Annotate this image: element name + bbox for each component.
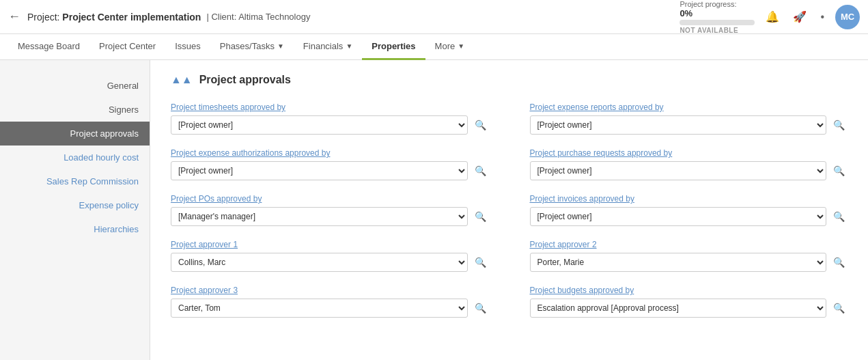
sidebar-item-project-approvals[interactable]: Project approvals: [0, 122, 150, 146]
client-info: | Client: Altima Technology: [206, 12, 310, 22]
form-row-approver-2: Collins, MarcPorter, MarieCarter, Tom 🔍: [530, 253, 848, 272]
select-approver-2[interactable]: Collins, MarcPorter, MarieCarter, Tom: [530, 253, 827, 272]
main-content: ▲▲ Project approvals Project timesheets …: [150, 60, 868, 360]
label-timesheets-approved-by[interactable]: Project timesheets approved by: [171, 102, 489, 112]
project-label: Project:: [27, 12, 59, 23]
search-button-expense-reports[interactable]: 🔍: [830, 117, 848, 133]
field-purchase-requests-approved-by: Project purchase requests approved by [P…: [530, 148, 848, 180]
sidebar-item-signers[interactable]: Signers: [0, 98, 150, 122]
tab-more[interactable]: More ▼: [425, 34, 475, 60]
form-row-approver-3: Collins, MarcPorter, MarieCarter, Tom 🔍: [171, 299, 489, 318]
tab-properties[interactable]: Properties: [362, 34, 425, 60]
avatar-initials: MC: [841, 12, 854, 22]
sidebar-item-expense-policy[interactable]: Expense policy: [0, 193, 150, 217]
project-title: Project: Project Center implementation: [27, 12, 201, 23]
section-header: ▲▲ Project approvals: [171, 74, 848, 86]
rocket-icon[interactable]: 🚀: [790, 8, 809, 26]
select-expense-reports-approved-by[interactable]: [Project owner]ManagerProject manager: [530, 115, 827, 135]
label-approver-2[interactable]: Project approver 2: [530, 240, 848, 249]
tab-message-board[interactable]: Message Board: [8, 34, 89, 60]
project-name: Project Center implementation: [62, 12, 201, 23]
select-approver-1[interactable]: Collins, MarcPorter, MarieCarter, Tom: [171, 253, 468, 272]
select-timesheets-approved-by[interactable]: [Project owner]ManagerProject manager: [171, 115, 468, 135]
label-pos-approved-by[interactable]: Project POs approved by: [171, 194, 489, 204]
select-budgets-approved-by[interactable]: Escalation approval [Approval process][P…: [530, 299, 827, 318]
field-pos-approved-by: Project POs approved by [Project owner][…: [171, 194, 489, 226]
progress-bar-wrap: [680, 20, 755, 25]
chevron-down-icon: ▼: [458, 42, 464, 50]
progress-percent: 0%: [680, 8, 692, 18]
progress-label: Project progress:: [680, 0, 736, 8]
sidebar-item-loaded-hourly-cost[interactable]: Loaded hourly cost: [0, 146, 150, 169]
form-row-expense-reports: [Project owner]ManagerProject manager 🔍: [530, 115, 848, 135]
back-button[interactable]: ←: [8, 10, 20, 24]
field-expense-reports-approved-by: Project expense reports approved by [Pro…: [530, 102, 848, 135]
label-expense-reports-approved-by[interactable]: Project expense reports approved by: [530, 102, 848, 112]
chevron-down-icon: ▼: [277, 42, 284, 50]
select-purchase-requests-approved-by[interactable]: [Project owner]ManagerProject manager: [530, 161, 827, 180]
search-button-approver-1[interactable]: 🔍: [472, 254, 489, 271]
select-invoices-approved-by[interactable]: [Project owner]ManagerProject manager: [530, 207, 827, 226]
select-approver-3[interactable]: Collins, MarcPorter, MarieCarter, Tom: [171, 299, 468, 318]
separator: |: [206, 12, 208, 22]
form-row-invoices: [Project owner]ManagerProject manager 🔍: [530, 207, 848, 226]
tab-issues[interactable]: Issues: [165, 34, 210, 60]
label-budgets-approved-by[interactable]: Project budgets approved by: [530, 286, 848, 295]
section-title: Project approvals: [199, 74, 291, 86]
client-label: Client:: [211, 12, 236, 22]
field-invoices-approved-by: Project invoices approved by [Project ow…: [530, 194, 848, 226]
field-budgets-approved-by: Project budgets approved by Escalation a…: [530, 286, 848, 318]
form-row-approver-1: Collins, MarcPorter, MarieCarter, Tom 🔍: [171, 253, 489, 272]
search-button-timesheets[interactable]: 🔍: [472, 117, 489, 133]
form-row-timesheets: [Project owner]ManagerProject manager 🔍: [171, 115, 489, 135]
label-expense-auth-approved-by[interactable]: Project expense authorizations approved …: [171, 148, 489, 158]
form-row-budgets: Escalation approval [Approval process][P…: [530, 299, 848, 318]
field-approver-2: Project approver 2 Collins, MarcPorter, …: [530, 240, 848, 272]
form-grid: Project timesheets approved by [Project …: [171, 102, 848, 318]
tab-phases-tasks[interactable]: Phases/Tasks ▼: [210, 34, 294, 60]
form-row-expense-auth: [Project owner]ManagerProject manager 🔍: [171, 161, 489, 180]
progress-block: Project progress: 0% NOT AVAILABLE: [680, 0, 755, 34]
collapse-icon[interactable]: ▲▲: [171, 74, 193, 86]
not-available-status: NOT AVAILABLE: [680, 27, 738, 34]
bell-icon[interactable]: 🔔: [763, 8, 782, 26]
client-name: Altima Technology: [238, 12, 310, 22]
search-button-purchase-requests[interactable]: 🔍: [830, 163, 848, 179]
tab-project-center[interactable]: Project Center: [89, 34, 165, 60]
search-button-budgets[interactable]: 🔍: [830, 300, 848, 316]
form-row-purchase-requests: [Project owner]ManagerProject manager 🔍: [530, 161, 848, 180]
field-approver-1: Project approver 1 Collins, MarcPorter, …: [171, 240, 489, 272]
search-button-approver-2[interactable]: 🔍: [830, 254, 848, 271]
sidebar: General Signers Project approvals Loaded…: [0, 60, 150, 360]
search-button-approver-3[interactable]: 🔍: [472, 300, 489, 316]
avatar[interactable]: MC: [835, 5, 860, 29]
settings-icon[interactable]: •: [817, 8, 827, 26]
nav-tabs: Message Board Project Center Issues Phas…: [0, 34, 868, 60]
label-invoices-approved-by[interactable]: Project invoices approved by: [530, 194, 848, 204]
search-button-invoices[interactable]: 🔍: [830, 208, 848, 225]
select-expense-auth-approved-by[interactable]: [Project owner]ManagerProject manager: [171, 161, 468, 180]
search-button-expense-auth[interactable]: 🔍: [472, 163, 489, 179]
sidebar-item-sales-rep-commission[interactable]: Sales Rep Commission: [0, 169, 150, 193]
search-button-pos[interactable]: 🔍: [472, 208, 489, 225]
select-pos-approved-by[interactable]: [Project owner][Manager's manager]Manage…: [171, 207, 468, 226]
field-timesheets-approved-by: Project timesheets approved by [Project …: [171, 102, 489, 135]
label-approver-1[interactable]: Project approver 1: [171, 240, 489, 249]
label-approver-3[interactable]: Project approver 3: [171, 286, 489, 295]
top-bar-right: Project progress: 0% NOT AVAILABLE 🔔 🚀 •…: [680, 0, 860, 34]
label-purchase-requests-approved-by[interactable]: Project purchase requests approved by: [530, 148, 848, 158]
form-row-pos: [Project owner][Manager's manager]Manage…: [171, 207, 489, 226]
field-approver-3: Project approver 3 Collins, MarcPorter, …: [171, 286, 489, 318]
layout: General Signers Project approvals Loaded…: [0, 60, 868, 360]
sidebar-item-hierarchies[interactable]: Hierarchies: [0, 217, 150, 241]
tab-financials[interactable]: Financials ▼: [294, 34, 362, 60]
top-bar: ← Project: Project Center implementation…: [0, 0, 868, 34]
field-expense-auth-approved-by: Project expense authorizations approved …: [171, 148, 489, 180]
sidebar-item-general[interactable]: General: [0, 74, 150, 98]
chevron-down-icon: ▼: [346, 42, 352, 50]
